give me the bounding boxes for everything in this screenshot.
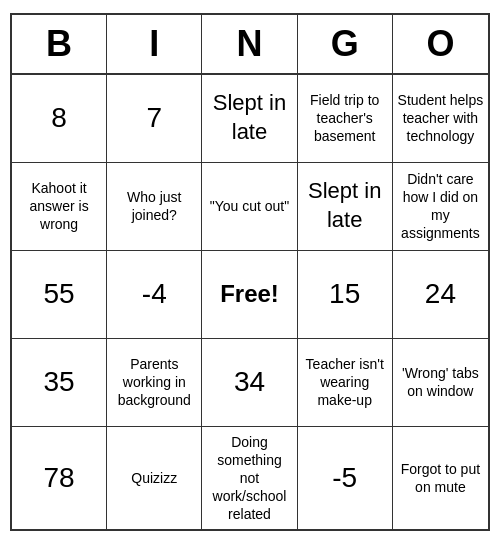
header-letter: I xyxy=(107,15,202,73)
bingo-cell: -5 xyxy=(298,427,393,530)
bingo-cell: Parents working in background xyxy=(107,339,202,427)
bingo-cell: 35 xyxy=(12,339,107,427)
bingo-cell: 24 xyxy=(393,251,488,339)
bingo-cell: 55 xyxy=(12,251,107,339)
bingo-cell: "You cut out" xyxy=(202,163,297,251)
bingo-cell: Kahoot it answer is wrong xyxy=(12,163,107,251)
bingo-cell: Student helps teacher with technology xyxy=(393,75,488,163)
bingo-cell: Free! xyxy=(202,251,297,339)
header-letter: O xyxy=(393,15,488,73)
bingo-cell: Who just joined? xyxy=(107,163,202,251)
bingo-cell: Teacher isn't wearing make-up xyxy=(298,339,393,427)
bingo-cell: 7 xyxy=(107,75,202,163)
bingo-card: BINGO 87Slept in lateField trip to teach… xyxy=(10,13,490,532)
bingo-header: BINGO xyxy=(12,15,488,75)
header-letter: N xyxy=(202,15,297,73)
bingo-cell: Slept in late xyxy=(298,163,393,251)
bingo-grid: 87Slept in lateField trip to teacher's b… xyxy=(12,75,488,530)
bingo-cell: Forgot to put on mute xyxy=(393,427,488,530)
bingo-cell: Quizizz xyxy=(107,427,202,530)
bingo-cell: 78 xyxy=(12,427,107,530)
bingo-cell: -4 xyxy=(107,251,202,339)
bingo-cell: Field trip to teacher's basement xyxy=(298,75,393,163)
bingo-cell: 34 xyxy=(202,339,297,427)
bingo-cell: Doing something not work/school related xyxy=(202,427,297,530)
bingo-cell: Didn't care how I did on my assignments xyxy=(393,163,488,251)
bingo-cell: 'Wrong' tabs on window xyxy=(393,339,488,427)
header-letter: G xyxy=(298,15,393,73)
header-letter: B xyxy=(12,15,107,73)
bingo-cell: 8 xyxy=(12,75,107,163)
bingo-cell: 15 xyxy=(298,251,393,339)
bingo-cell: Slept in late xyxy=(202,75,297,163)
